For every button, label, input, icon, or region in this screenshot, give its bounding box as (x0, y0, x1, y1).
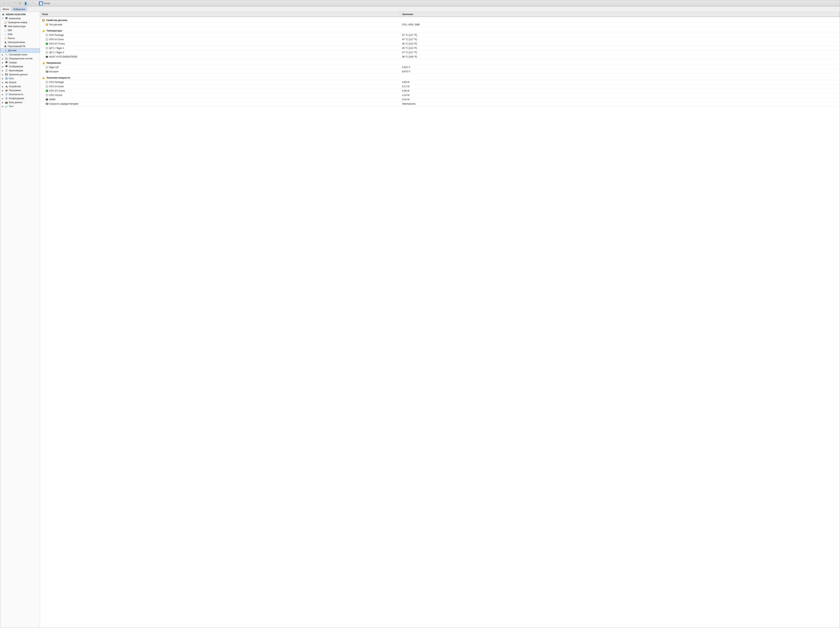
sidebar-label-security: Безопасность (9, 93, 23, 96)
nav-chart-btn[interactable]: 📈 (29, 1, 33, 6)
portable-icon: 💻 (4, 45, 7, 48)
menu-item-favorites[interactable]: Избранное (11, 7, 27, 11)
core2-temp-icon (46, 51, 48, 54)
field-cpu-uncore-power: CPU Uncore (49, 94, 62, 96)
field-cpu-core-voltage: Ядро ЦП (49, 66, 59, 69)
sidebar-item-directx[interactable]: ▶ 🎮 DirectX (0, 80, 40, 85)
sidebar-item-programs[interactable]: ▶ 📦 Программы (0, 88, 40, 93)
sidebar-label-config: Конфигурация (9, 97, 24, 100)
field-cpu-ia-cores-temp: CPU IA Cores (49, 38, 64, 41)
sidebar-item-network[interactable]: ▶ 🌐 Сеть (0, 77, 40, 80)
sidebar-item-overclock[interactable]: ⚡ Разгон (0, 36, 40, 40)
sidebar-label-test: Тест (9, 105, 14, 108)
power-icon: 🔌 (4, 41, 7, 44)
sidebar-item-summary[interactable]: 📋 Суммарная инфор (0, 20, 40, 24)
nav-refresh-btn[interactable]: ↻ (18, 1, 22, 6)
section-voltages: Напряжения (40, 59, 840, 65)
field-hdd-temp: HGST HTS725050A7E630 (49, 55, 77, 58)
value-cpu-ia-cores-power: 0.17 W (400, 84, 840, 89)
sidebar-item-ipmi[interactable]: 📄 IPMI (0, 32, 40, 36)
field-core1-temp: ЦП 1 / Ядро 1 (49, 47, 64, 49)
expand-icon-devices: ▶ (2, 85, 4, 88)
section-temperatures: Температуры (40, 27, 840, 33)
table-row-cpu-core-voltage: Ядро ЦП 0.921 V (40, 65, 840, 69)
sidebar-item-devices[interactable]: ▶ 🔌 Устройства (0, 85, 40, 88)
summary-icon: 📋 (4, 21, 7, 24)
section-header-sensor-props: Свойства датчика (46, 19, 67, 22)
table-row-battery-voltage: Батарея 8.673 V (40, 69, 840, 74)
value-cpu-ia-cores-temp: 47 °C (117 °F) (400, 37, 840, 42)
sidebar-label-sensors: Датчики (8, 49, 16, 52)
sidebar-item-security[interactable]: ▶ 🛡️ Безопасность (0, 93, 40, 96)
cpu-ia-cores-power-icon (46, 85, 48, 88)
nav-back-btn[interactable]: ‹ (2, 1, 6, 6)
config-icon: ⚙️ (5, 97, 8, 100)
sidebar-app-title-text: AIDA64 v5.60.3700 (6, 13, 26, 16)
sidebar-label-programs: Программы (9, 89, 21, 92)
sidebar-label-os: Операционная систем (9, 57, 32, 60)
report-icon-btn[interactable]: 📄 (39, 1, 43, 6)
sidebar-item-config[interactable]: ▶ ⚙️ Конфигурация (0, 96, 40, 101)
sidebar-label-overclock: Разгон (8, 37, 15, 39)
table-row-cpu-ia-cores-temp: CPU IA Cores 47 °C (117 °F) (40, 37, 840, 42)
expand-icon-server: ▶ (2, 61, 4, 64)
table-header-row: Поле Значение (40, 12, 840, 17)
computer-icon: 🖥️ (5, 17, 8, 20)
dmi-icon: 📄 (4, 29, 7, 32)
value-battery-charge-speed: Электросеть (400, 102, 840, 106)
os-icon: 🪟 (5, 57, 8, 60)
sidebar-label-server: Сервер (9, 61, 17, 64)
sidebar-item-os[interactable]: ▶ 🪟 Операционная систем (0, 57, 40, 61)
multimedia-icon: 🎵 (5, 69, 8, 72)
value-cpu-core-voltage: 0.921 V (400, 65, 840, 69)
sidebar-item-sensors[interactable]: 🌡️ Датчики (0, 48, 40, 53)
sidebar-item-server[interactable]: ▶ 🖥️ Сервер (0, 61, 40, 65)
field-dimm-power: DIMM (49, 98, 55, 101)
cpu-gt-cores-power-icon (46, 90, 48, 92)
sidebar-label-network: Сеть (9, 77, 14, 80)
nav-forward-btn[interactable]: › (7, 1, 11, 6)
sidebar-item-portable[interactable]: 💻 Портативный ПК (0, 44, 40, 48)
hdd-temp-icon (46, 56, 48, 58)
expand-icon-directx: ▶ (2, 82, 4, 83)
sidebar-item-computer-name[interactable]: 🖥️ Имя компьютера (0, 24, 40, 28)
sidebar: 💻 AIDA64 v5.60.3700 ▼ 🖥️ Компьютер 📋 Сум… (0, 12, 40, 628)
nav-up-btn[interactable]: ⌃ (13, 1, 17, 6)
sidebar-item-display[interactable]: ▶ 🖥️ Отображение (0, 65, 40, 69)
table-row-battery-charge-speed: Скорость зарядки батареи Электросеть (40, 102, 840, 106)
field-cpu-package-power: CPU Package (49, 81, 64, 83)
sidebar-item-power[interactable]: 🔌 Электропитание (0, 40, 40, 44)
sidebar-item-dmi[interactable]: 📄 DMI (0, 28, 40, 32)
storage-icon: 💾 (5, 73, 8, 76)
section-sensor-props: Свойства датчика (40, 17, 840, 22)
sensor-props-section-icon (42, 19, 45, 22)
table-row-cpu-package-power: CPU Package 4.85 W (40, 80, 840, 84)
expand-icon-programs: ▶ (2, 89, 4, 91)
overclock-icon: ⚡ (4, 37, 7, 40)
expand-icon-config: ▶ (2, 97, 4, 99)
field-cpu-gt-cores-power: CPU GT Cores (49, 89, 65, 92)
field-cpu-ia-cores-power: CPU IA Cores (49, 85, 64, 88)
server-icon: 🖥️ (5, 61, 8, 64)
expand-icon-storage: ▶ (2, 74, 4, 76)
sidebar-item-motherboard[interactable]: ▶ 🔧 Системная плата (0, 53, 40, 57)
sidebar-item-storage[interactable]: ▶ 💾 Хранение данных (0, 72, 40, 77)
expand-icon-test: ▶ (2, 105, 4, 107)
nav-user-btn[interactable]: 👤 (23, 1, 28, 6)
battery-charge-icon (46, 103, 48, 105)
table-row-dimm-power: DIMM 0.54 W (40, 97, 840, 102)
table-row-cpu-package-temp: CPU Package 47 °C (117 °F) (40, 33, 840, 37)
sidebar-label-dmi: DMI (8, 29, 12, 31)
table-row-core2-temp: ЦП 1 / Ядро 2 47 °C (117 °F) (40, 50, 840, 55)
sidebar-item-test[interactable]: ▶ 🧪 Тест (0, 104, 40, 109)
sidebar-item-multimedia[interactable]: ▶ 🎵 Мультимедиа (0, 69, 40, 72)
sidebar-label-database: База данных (9, 101, 22, 104)
network-icon: 🌐 (5, 77, 8, 80)
cpu-ia-cores-temp-icon (46, 38, 48, 41)
sidebar-label-display: Отображение (9, 65, 23, 68)
menu-item-menu[interactable]: Меню (1, 7, 11, 11)
computername-icon: 🖥️ (4, 25, 7, 28)
sidebar-item-computer[interactable]: ▼ 🖥️ Компьютер (0, 16, 40, 20)
sidebar-label-ipmi: IPMI (8, 33, 13, 36)
sidebar-item-database[interactable]: ▶ 🗃️ База данных (0, 101, 40, 104)
